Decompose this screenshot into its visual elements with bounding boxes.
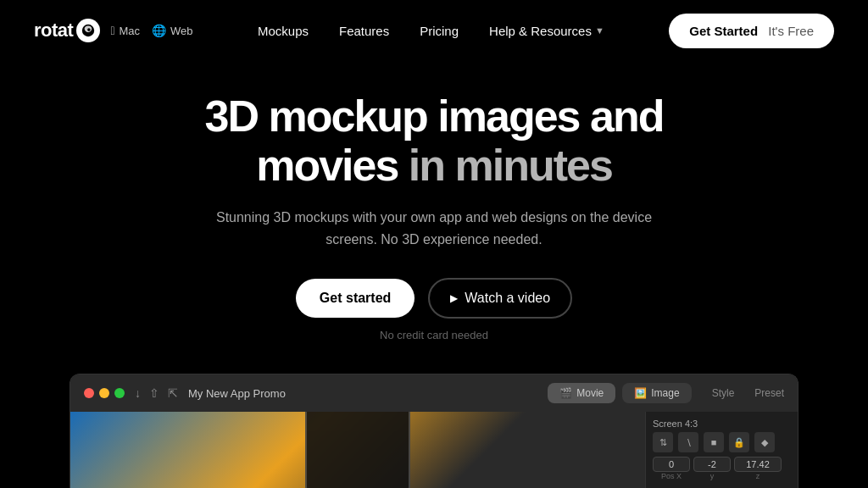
app-content: Screen 4:3 ⇅ ∖ ■ 🔒 ◆ Pos X y: [70, 412, 798, 488]
platform-web-label: Web: [170, 25, 193, 37]
hero-title-accent: in minutes: [409, 141, 612, 190]
platform-list:  Mac 🌐 Web: [110, 24, 192, 37]
nav-link-help-label: Help & Resources: [489, 24, 592, 38]
preset-label: Preset: [754, 387, 784, 399]
globe-icon: 🌐: [152, 24, 166, 37]
pos-x-input[interactable]: [653, 457, 690, 472]
share-icon[interactable]: ⇧: [149, 386, 159, 400]
nav-link-features[interactable]: Features: [339, 24, 389, 38]
hero-section: 3D mockup images and movies in minutes S…: [0, 61, 868, 341]
panel-icon-3[interactable]: ■: [704, 432, 724, 452]
hero-title-line2: movies: [256, 141, 409, 190]
platform-web[interactable]: 🌐 Web: [152, 24, 193, 37]
pos-y-input[interactable]: [693, 457, 731, 472]
app-viewport: [70, 412, 645, 488]
panel-icon-2[interactable]: ∖: [678, 432, 698, 452]
hero-title: 3D mockup images and movies in minutes: [205, 92, 664, 190]
apple-icon: : [110, 24, 114, 37]
panel-icon-5[interactable]: ◆: [754, 432, 775, 452]
get-started-hero-button[interactable]: Get started: [296, 279, 415, 318]
titlebar-title: My New App Promo: [188, 387, 286, 400]
screen-label: Screen 4:3: [653, 419, 698, 429]
play-icon: ▶: [450, 292, 458, 304]
tab-movie[interactable]: 🎬 Movie: [548, 383, 615, 403]
cta-free-label: It's Free: [768, 24, 814, 38]
nav-link-mockups[interactable]: Mockups: [258, 24, 309, 38]
panel-icon-4[interactable]: 🔒: [729, 432, 749, 452]
input-z-group: z: [734, 456, 782, 480]
hero-buttons: Get started ▶ Watch a video: [296, 278, 572, 319]
crop-icon[interactable]: ⇱: [168, 386, 178, 400]
nav-link-pricing[interactable]: Pricing: [420, 24, 459, 38]
nav-link-help[interactable]: Help & Resources ▼: [489, 24, 604, 38]
tab-image[interactable]: 🖼️ Image: [622, 383, 691, 403]
download-icon[interactable]: ↓: [135, 386, 141, 400]
app-panel-right: Screen 4:3 ⇅ ∖ ■ 🔒 ◆ Pos X y: [645, 412, 798, 488]
panel-icons-row: ⇅ ∖ ■ 🔒 ◆: [653, 432, 791, 452]
main-nav: rotat  Mac 🌐 Web Mockups Features Prici: [0, 0, 868, 61]
traffic-lights: [84, 388, 125, 398]
hero-title-line1: 3D mockup images and: [205, 92, 664, 141]
watch-video-label: Watch a video: [465, 291, 550, 306]
close-button[interactable]: [84, 388, 94, 398]
pos-z-input[interactable]: [734, 457, 782, 472]
image-icon: 🖼️: [634, 387, 647, 399]
chevron-down-icon: ▼: [595, 25, 604, 36]
get-started-button[interactable]: Get Started It's Free: [669, 14, 834, 48]
logo-area: rotat  Mac 🌐 Web: [34, 19, 193, 42]
logo[interactable]: rotat: [34, 19, 100, 42]
nav-links: Mockups Features Pricing Help & Resource…: [258, 24, 604, 38]
movie-icon: 🎬: [559, 387, 572, 399]
maximize-button[interactable]: [114, 388, 125, 398]
app-preview-window: ↓ ⇧ ⇱ My New App Promo 🎬 Movie 🖼️ Image …: [70, 374, 798, 488]
panel-icon-1[interactable]: ⇅: [653, 432, 673, 452]
tab-movie-label: Movie: [576, 387, 604, 399]
titlebar-icons: ↓ ⇧ ⇱: [135, 386, 178, 400]
platform-mac[interactable]:  Mac: [110, 24, 140, 37]
hero-note: No credit card needed: [380, 329, 488, 341]
platform-mac-label: Mac: [120, 25, 141, 37]
pos-y-label: y: [693, 472, 731, 480]
panel-screen-row: Screen 4:3: [653, 419, 791, 429]
panel-inputs: Pos X y z: [653, 456, 791, 480]
titlebar-right: 🎬 Movie 🖼️ Image Style Preset: [548, 383, 784, 403]
pos-z-label: z: [734, 472, 782, 480]
hero-subtitle: Stunning 3D mockups with your own app an…: [205, 207, 663, 250]
cta-label: Get Started: [689, 24, 758, 38]
app-titlebar: ↓ ⇧ ⇱ My New App Promo 🎬 Movie 🖼️ Image …: [70, 374, 798, 412]
input-pos-x-group: Pos X: [653, 456, 690, 480]
minimize-button[interactable]: [99, 388, 109, 398]
pos-x-label: Pos X: [653, 472, 690, 480]
input-y-group: y: [693, 456, 731, 480]
svg-point-1: [87, 28, 91, 31]
tab-image-label: Image: [651, 387, 679, 399]
logo-text: rotat: [34, 19, 73, 42]
logo-icon: [76, 19, 100, 42]
watch-video-button[interactable]: ▶ Watch a video: [428, 278, 572, 319]
style-label: Style: [712, 387, 735, 399]
